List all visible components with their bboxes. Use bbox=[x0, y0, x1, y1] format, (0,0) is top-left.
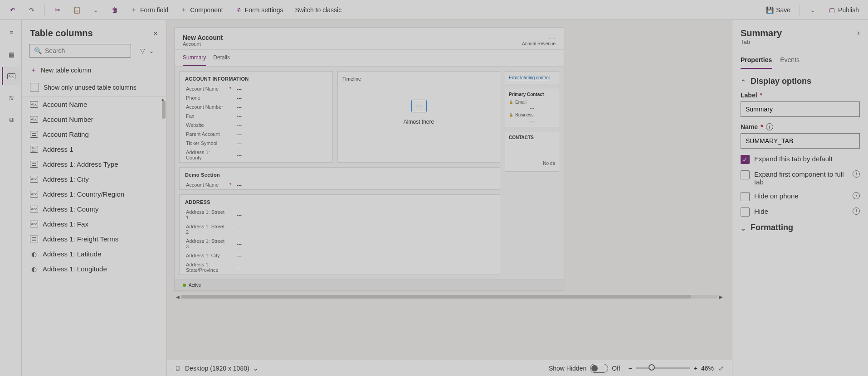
form-settings-button[interactable]: 🗎Form settings bbox=[230, 4, 288, 16]
expand-default-checkbox[interactable] bbox=[741, 155, 750, 164]
column-item[interactable]: AbcAddress 1: City bbox=[22, 172, 166, 187]
column-item[interactable]: AbcAddress 1: County bbox=[22, 202, 166, 217]
show-hidden-toggle[interactable] bbox=[590, 364, 608, 373]
form-field[interactable]: Phone--- bbox=[180, 93, 332, 102]
undo-button[interactable]: ↶ bbox=[5, 4, 21, 16]
zoom-out-button[interactable]: − bbox=[629, 365, 632, 372]
columns-scrollbar-thumb[interactable] bbox=[162, 101, 166, 119]
side-control-error[interactable]: Error loading control bbox=[505, 71, 559, 84]
scrollbar-thumb[interactable] bbox=[181, 295, 691, 299]
column-item[interactable]: AbcAccount Name bbox=[22, 97, 166, 112]
column-item[interactable]: AbcAddress 1: Fax bbox=[22, 217, 166, 231]
column-item[interactable]: AbcAddress 1: Country/Region bbox=[22, 187, 166, 202]
form-field[interactable]: Website--- bbox=[180, 121, 332, 130]
chevron-down-icon: ⌄ bbox=[741, 225, 746, 232]
info-icon[interactable]: i bbox=[853, 170, 860, 178]
label-input[interactable] bbox=[741, 101, 860, 117]
side-contacts[interactable]: CONTACTS No da bbox=[505, 131, 559, 172]
column-type-icon: ◐ bbox=[30, 265, 38, 272]
save-dropdown[interactable]: ⌄ bbox=[805, 4, 821, 16]
form-field[interactable]: Address 1: Street 3--- bbox=[180, 236, 500, 251]
columns-search-box[interactable]: 🔍 bbox=[29, 44, 131, 58]
form-field[interactable]: Account Number--- bbox=[180, 102, 332, 111]
zoom-in-button[interactable]: + bbox=[694, 365, 697, 372]
column-label: Address 1: County bbox=[43, 205, 98, 213]
form-tab[interactable]: Summary bbox=[183, 50, 206, 66]
fit-icon[interactable]: ⤢ bbox=[717, 365, 725, 372]
form-field[interactable]: Fax--- bbox=[180, 111, 332, 121]
section-formatting-header[interactable]: ⌄ Formatting bbox=[741, 223, 860, 232]
section-display-options-header[interactable]: ⌃ Display options bbox=[741, 77, 860, 86]
form-field[interactable]: Address 1: Street 2--- bbox=[180, 222, 500, 236]
prop-tab[interactable]: Properties bbox=[741, 52, 772, 69]
timeline-section[interactable]: Timeline ⋯ Almost there bbox=[337, 71, 500, 163]
form-header-more-button[interactable]: ··· bbox=[522, 34, 556, 41]
info-icon[interactable]: i bbox=[766, 123, 773, 130]
publish-button[interactable]: ▢Publish bbox=[824, 4, 863, 16]
column-item[interactable]: Address 1: Freight Terms bbox=[22, 231, 166, 246]
plus-icon: ＋ bbox=[30, 67, 37, 74]
section-address[interactable]: ADDRESS Address 1: Street 1---Address 1:… bbox=[179, 194, 500, 275]
form-field[interactable]: Address 1: City--- bbox=[180, 251, 500, 260]
new-table-column-button[interactable]: ＋ New table column bbox=[22, 62, 166, 78]
contacts-nodata: No da bbox=[509, 143, 555, 166]
columns-search-input[interactable] bbox=[45, 47, 126, 54]
form-field[interactable]: Parent Account--- bbox=[180, 130, 332, 139]
redo-button[interactable]: ↷ bbox=[24, 4, 40, 16]
hide-phone-checkbox[interactable] bbox=[741, 192, 750, 201]
column-item[interactable]: Address 1: Address Type bbox=[22, 157, 166, 172]
expand-first-checkbox[interactable] bbox=[741, 170, 750, 179]
rail-libraries-button[interactable]: ⧉ bbox=[2, 111, 20, 129]
switch-classic-button[interactable]: Switch to classic bbox=[290, 4, 346, 16]
side-mini-field[interactable]: 🔒Business bbox=[509, 112, 555, 117]
canvas-horizontal-scrollbar[interactable]: ◀ ▶ bbox=[174, 294, 725, 300]
form-preview-card[interactable]: New Account Account ··· Annual Revenue S… bbox=[174, 27, 564, 291]
column-item[interactable]: Account Rating bbox=[22, 127, 166, 142]
add-component-button[interactable]: ＋Component bbox=[176, 4, 227, 16]
columns-filter-button[interactable]: ▽ ⌄ bbox=[135, 44, 159, 58]
columns-list[interactable]: ▲ AbcAccount NameAbcAccount NumberAccoun… bbox=[22, 97, 166, 376]
save-button[interactable]: 💾Save bbox=[761, 4, 795, 16]
paste-dropdown[interactable]: ⌄ bbox=[88, 4, 104, 16]
rail-columns-button[interactable]: Abc bbox=[2, 67, 20, 85]
form-tab[interactable]: Details bbox=[213, 50, 230, 66]
column-item[interactable]: ◐Address 1: Longitude bbox=[22, 261, 166, 276]
new-column-label: New table column bbox=[41, 67, 91, 74]
form-header-title: New Account bbox=[183, 34, 223, 41]
info-icon[interactable]: i bbox=[853, 207, 860, 215]
error-link[interactable]: Error loading control bbox=[509, 75, 550, 80]
form-field[interactable]: Address 1: State/Province--- bbox=[180, 260, 500, 275]
column-item[interactable]: AbcdefAddress 1 bbox=[22, 142, 166, 157]
columns-panel-close-button[interactable]: ✕ bbox=[153, 30, 158, 37]
form-field[interactable]: Ticker Symbol--- bbox=[180, 139, 332, 148]
hide-checkbox[interactable] bbox=[741, 207, 750, 217]
scroll-right-icon[interactable]: ▶ bbox=[719, 294, 723, 299]
info-icon[interactable]: i bbox=[853, 192, 860, 199]
side-mini-field[interactable]: 🔒Email bbox=[509, 100, 555, 105]
show-unused-checkbox[interactable] bbox=[30, 83, 39, 92]
prop-tab[interactable]: Events bbox=[780, 52, 800, 69]
device-dropdown[interactable]: ⌄ bbox=[253, 365, 258, 372]
prop-pane-toggle-button[interactable]: › bbox=[857, 28, 860, 38]
field-value: --- bbox=[237, 86, 242, 92]
zoom-slider[interactable] bbox=[636, 367, 690, 369]
column-item[interactable]: ◐Address 1: Latitude bbox=[22, 246, 166, 261]
scroll-left-icon[interactable]: ◀ bbox=[176, 294, 180, 299]
rail-menu-button[interactable]: ≡ bbox=[2, 24, 20, 42]
rail-components-button[interactable]: ▦ bbox=[2, 45, 20, 63]
rail-tree-button[interactable]: ≋ bbox=[2, 89, 20, 107]
zoom-slider-thumb[interactable] bbox=[649, 364, 655, 371]
form-field[interactable]: Account Name*--- bbox=[180, 84, 332, 93]
paste-button[interactable]: 📋 bbox=[68, 4, 85, 16]
section-demo[interactable]: Demo Section Account Name*--- bbox=[179, 167, 500, 190]
side-primary-contact[interactable]: Primary Contact 🔒Email---🔒Business--- bbox=[505, 88, 559, 127]
form-field[interactable]: Address 1: Street 1--- bbox=[180, 207, 500, 222]
column-item[interactable]: AbcAccount Number bbox=[22, 112, 166, 127]
add-form-field-button[interactable]: ＋Form field bbox=[126, 4, 173, 16]
name-input[interactable] bbox=[741, 133, 860, 149]
form-field[interactable]: Address 1: County--- bbox=[180, 148, 332, 162]
cut-button[interactable]: ✂ bbox=[49, 4, 66, 16]
form-field[interactable]: Account Name*--- bbox=[180, 180, 500, 189]
section-account-information[interactable]: ACCOUNT INFORMATION Account Name*---Phon… bbox=[179, 71, 333, 163]
delete-button[interactable]: 🗑 bbox=[107, 4, 123, 16]
